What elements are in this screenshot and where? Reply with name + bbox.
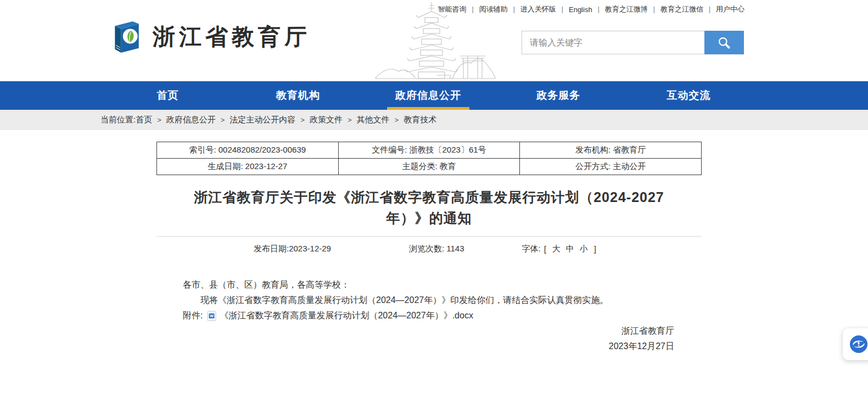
signature-date: 2023年12月27日 (156, 339, 674, 354)
word-doc-icon[interactable]: W (207, 311, 216, 321)
search-input[interactable] (522, 31, 704, 54)
nav-item-home[interactable]: 首页 (103, 81, 233, 110)
font-size-medium-button[interactable]: 中 (566, 244, 574, 254)
table-row: 索引号:002482082/2023-00639 文件编号:浙教技〔2023〕6… (157, 142, 702, 159)
article-body: 各市、县（市、区）教育局，各高等学校： 现将《浙江省数字教育高质量发展行动计划（… (156, 277, 702, 323)
nav-item-interaction[interactable]: 互动交流 (624, 81, 754, 110)
main-paragraph: 现将《浙江省数字教育高质量发展行动计划（2024—2027年）》印发给你们，请结… (183, 293, 698, 308)
attachment-link[interactable]: 《浙江省数字教育高质量发展行动计划（2024—2027年）》.docx (220, 308, 473, 323)
search-button[interactable] (704, 31, 744, 54)
article-container: 索引号:002482082/2023-00639 文件编号:浙教技〔2023〕6… (156, 130, 702, 354)
doc-issuing-agency: 发布机构:省教育厅 (520, 142, 702, 159)
signature-block: 浙江省教育厅 2023年12月27日 (156, 323, 702, 354)
bracket-close: ] (594, 244, 596, 254)
topbar-separator: | (562, 5, 563, 13)
breadcrumb-separator: > (157, 116, 161, 124)
site-header: 智能咨询 | 阅读辅助 | 进入关怀版 | English | 教育之江微博 |… (0, 0, 868, 81)
nav-item-government-services[interactable]: 政务服务 (494, 81, 624, 110)
doc-creation-date: 生成日期:2023-12-27 (157, 159, 339, 175)
breadcrumb-item-policy-docs[interactable]: 政策文件 (310, 115, 343, 125)
site-name: 浙江省教育厅 (153, 22, 311, 52)
publish-date: 发布日期:2023-12-29 (254, 244, 331, 254)
search-icon (717, 36, 731, 50)
zheliban-app-icon (849, 335, 868, 354)
topbar-links: 智能咨询 | 阅读辅助 | 进入关怀版 | English | 教育之江微博 |… (433, 4, 750, 14)
topbar-link-care-version[interactable]: 进入关怀版 (515, 4, 562, 14)
breadcrumb: 当前位置: 首页 > 政府信息公开 > 法定主动公开内容 > 政策文件 > 其他… (0, 110, 868, 130)
attachment-row: 附件: W 《浙江省数字教育高质量发展行动计划（2024—2027年）》.doc… (183, 308, 698, 323)
topbar-separator: | (513, 5, 515, 13)
doc-index-number: 索引号:002482082/2023-00639 (157, 142, 339, 159)
topbar-separator: | (709, 5, 710, 13)
breadcrumb-separator: > (348, 116, 352, 124)
doc-file-number: 文件编号:浙教技〔2023〕61号 (338, 142, 520, 159)
topbar-link-english[interactable]: English (563, 5, 598, 14)
topbar-link-smart-consult[interactable]: 智能咨询 (433, 4, 472, 14)
main-nav: 首页 教育机构 政府信息公开 政务服务 互动交流 (0, 81, 868, 110)
topbar-link-user-center[interactable]: 用户中心 (710, 4, 750, 14)
attachment-label: 附件: (183, 308, 203, 323)
breadcrumb-item-home[interactable]: 首页 (136, 115, 152, 125)
breadcrumb-item-gov-info[interactable]: 政府信息公开 (166, 115, 216, 125)
view-count: 浏览次数: 1143 (409, 244, 464, 254)
breadcrumb-separator: > (221, 116, 225, 124)
site-logo[interactable]: 浙江省教育厅 (110, 20, 311, 54)
font-size-controls: 字体: [ 大 中 小 ] (522, 244, 600, 254)
breadcrumb-item-other-docs[interactable]: 其他文件 (357, 115, 390, 125)
breadcrumb-item-statutory-disclosure[interactable]: 法定主动公开内容 (229, 115, 295, 125)
topbar-link-weibo[interactable]: 教育之江微博 (600, 4, 653, 14)
breadcrumb-separator: > (300, 116, 305, 124)
svg-text:W: W (210, 313, 214, 318)
topbar-separator: | (598, 5, 600, 13)
topbar-separator: | (653, 5, 655, 13)
nav-item-education-institutions[interactable]: 教育机构 (233, 81, 363, 110)
font-size-label: 字体: (522, 244, 541, 254)
breadcrumb-prefix: 当前位置: (100, 115, 136, 125)
doc-info-table: 索引号:002482082/2023-00639 文件编号:浙教技〔2023〕6… (156, 142, 702, 175)
table-row: 生成日期:2023-12-27 主题分类:教育 公开方式:主动公开 (157, 159, 702, 175)
signature-org: 浙江省教育厅 (156, 323, 674, 339)
page-title: 浙江省教育厅关于印发《浙江省数字教育高质量发展行动计划（2024-2027年）》… (177, 187, 681, 228)
breadcrumb-separator: > (395, 116, 399, 124)
topbar-separator: | (472, 5, 474, 13)
article-meta: 发布日期:2023-12-29 浏览次数: 1143 字体: [ 大 中 小 ] (156, 236, 702, 254)
logo-book-leaf-icon (110, 20, 143, 54)
nav-item-government-info[interactable]: 政府信息公开 (363, 81, 493, 110)
doc-topic-category: 主题分类:教育 (338, 159, 520, 175)
breadcrumb-item-edu-tech[interactable]: 教育技术 (404, 115, 436, 125)
bracket-open: [ (544, 244, 546, 254)
topbar-link-wechat[interactable]: 教育之江微信 (655, 4, 709, 14)
salutation-paragraph: 各市、县（市、区）教育局，各高等学校： (183, 277, 698, 293)
topbar-link-reading-aid[interactable]: 阅读辅助 (474, 4, 513, 14)
font-size-small-button[interactable]: 小 (580, 244, 588, 254)
doc-disclosure-method: 公开方式:主动公开 (520, 159, 702, 175)
font-size-large-button[interactable]: 大 (552, 244, 561, 254)
search-bar (522, 31, 744, 54)
floating-app-widget[interactable] (843, 328, 868, 360)
